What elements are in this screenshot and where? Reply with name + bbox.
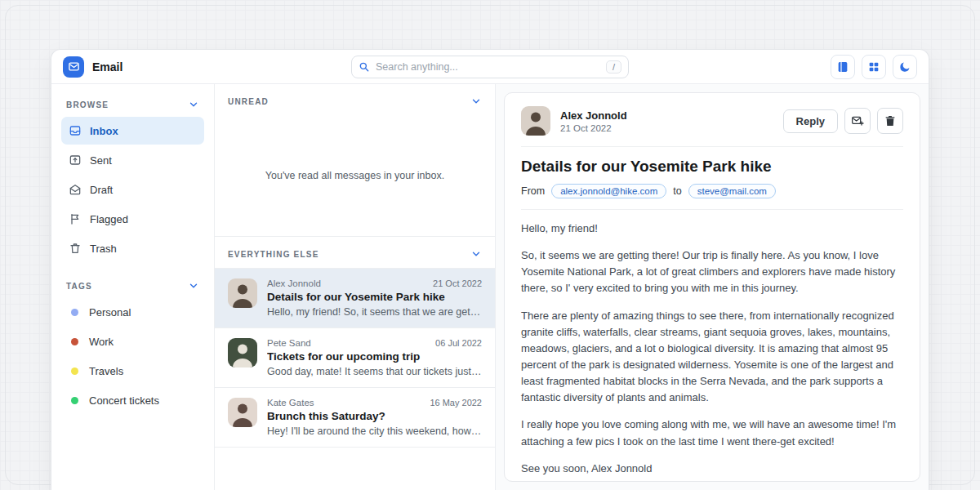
sidebar-item-flagged[interactable]: Flagged	[61, 205, 204, 233]
email-paragraph: See you soon, Alex Jonnold	[521, 461, 903, 477]
email-sender: Pete Sand	[267, 338, 311, 348]
sidebar-item-trash[interactable]: Trash	[61, 234, 204, 262]
email-date: 21 Oct 2022	[433, 278, 482, 288]
divider	[521, 146, 903, 147]
email-logo-icon	[63, 56, 84, 78]
draft-envelope-icon	[69, 183, 82, 196]
email-paragraph: I really hope you love coming along with…	[521, 416, 903, 449]
unread-empty-state: You've read all messages in your inbox.	[215, 115, 495, 236]
email-sender: Alex Jonnold	[267, 278, 321, 288]
sidebar: Browse Inbox Sent Draft Flagged Tra	[51, 84, 215, 490]
tag-color-dot	[71, 397, 78, 404]
search-input[interactable]	[376, 61, 600, 73]
email-subject: Brunch this Saturday?	[267, 410, 482, 422]
avatar	[228, 338, 257, 368]
unread-label: Unread	[228, 97, 269, 106]
sidebar-item-draft[interactable]: Draft	[61, 176, 204, 203]
trash-icon	[884, 114, 897, 127]
detail-date: 21 Oct 2022	[560, 123, 627, 133]
to-label: to	[673, 185, 681, 197]
sidebar-item-label: Flagged	[90, 213, 128, 225]
header-actions	[831, 55, 917, 79]
from-email-chip[interactable]: alex.jonnold@hike.com	[551, 184, 666, 198]
tag-color-dot	[71, 338, 78, 345]
apps-button[interactable]	[862, 55, 886, 79]
tag-label: Work	[89, 336, 114, 348]
reply-button[interactable]: Reply	[783, 109, 838, 133]
email-snippet: Good day, mate! It seems that our ticket…	[267, 366, 482, 377]
moon-icon	[898, 60, 911, 74]
tag-label: Travels	[89, 365, 123, 377]
detail-subject: Details for our Yosemite Park hike	[521, 158, 903, 176]
forward-to-inbox-icon	[851, 114, 864, 127]
chevron-down-icon[interactable]	[470, 96, 482, 107]
email-detail-pane: Alex Jonnold 21 Oct 2022 Reply De	[496, 84, 929, 490]
unread-empty-text: You've read all messages in your inbox.	[265, 170, 444, 181]
email-list-item[interactable]: Pete Sand 06 Jul 2022 Tickets for our up…	[215, 328, 495, 388]
divider	[521, 209, 903, 210]
email-app-window: Email / Browse	[51, 49, 929, 490]
sidebar-tag-personal[interactable]: Personal	[61, 298, 204, 326]
send-icon	[69, 154, 82, 167]
email-subject: Details for our Yosemite Park hike	[267, 291, 482, 303]
sidebar-tag-travels[interactable]: Travels	[61, 357, 204, 385]
tags-section-header[interactable]: Tags	[61, 275, 204, 298]
email-date: 16 May 2022	[430, 398, 482, 408]
search-box[interactable]: /	[351, 56, 629, 78]
sidebar-item-label: Trash	[90, 243, 117, 255]
chevron-down-icon[interactable]	[470, 248, 482, 260]
sidebar-tag-concert-tickets[interactable]: Concert tickets	[61, 386, 204, 414]
tag-color-dot	[71, 309, 78, 316]
avatar	[228, 278, 257, 308]
app-brand: Email	[63, 56, 122, 78]
browse-section-header[interactable]: Browse	[61, 94, 204, 117]
tag-label: Personal	[89, 306, 131, 318]
avatar	[228, 398, 257, 427]
email-snippet: Hey! I'll be around the city this weeken…	[267, 425, 482, 437]
everything-else-section-header[interactable]: Everything else	[215, 237, 495, 268]
forward-button[interactable]	[844, 108, 871, 134]
apps-grid-icon	[867, 60, 880, 74]
email-paragraph: Hello, my friend!	[521, 220, 903, 237]
avatar	[521, 106, 550, 136]
sidebar-item-label: Sent	[90, 154, 112, 167]
chevron-down-icon[interactable]	[188, 280, 199, 292]
app-title: Email	[92, 60, 122, 74]
detail-sender-name: Alex Jonnold	[560, 109, 627, 122]
search-shortcut-key: /	[606, 60, 621, 74]
sidebar-item-label: Inbox	[90, 125, 118, 137]
unread-section-header[interactable]: Unread	[215, 84, 495, 115]
email-list-pane: Unread You've read all messages in your …	[215, 84, 496, 490]
from-label: From	[521, 185, 545, 197]
email-list-item[interactable]: Kate Gates 16 May 2022 Brunch this Satur…	[215, 388, 495, 448]
email-date: 06 Jul 2022	[435, 338, 482, 348]
sidebar-tag-work[interactable]: Work	[61, 327, 204, 355]
tag-label: Concert tickets	[89, 394, 159, 407]
inbox-icon	[69, 124, 82, 137]
chevron-down-icon[interactable]	[188, 99, 199, 110]
dark-mode-toggle[interactable]	[893, 55, 917, 79]
trash-icon	[69, 242, 82, 255]
app-header: Email /	[51, 50, 929, 84]
email-list-item[interactable]: Alex Jonnold 21 Oct 2022 Details for our…	[215, 269, 495, 328]
tags-label: Tags	[66, 282, 92, 291]
email-detail-card: Alex Jonnold 21 Oct 2022 Reply De	[504, 92, 920, 482]
sidebar-item-sent[interactable]: Sent	[61, 146, 204, 174]
email-paragraph: There are plenty of amazing things to se…	[521, 308, 903, 407]
email-paragraph: So, it seems we are getting there! Our t…	[521, 247, 903, 296]
search-icon	[359, 61, 370, 73]
to-email-chip[interactable]: steve@mail.com	[688, 184, 776, 198]
browse-label: Browse	[66, 100, 109, 109]
email-subject: Tickets for our upcoming trip	[267, 350, 482, 363]
flag-icon	[69, 212, 82, 225]
email-sender: Kate Gates	[267, 398, 314, 408]
docs-button[interactable]	[831, 55, 855, 79]
email-snippet: Hello, my friend! So, it seems that we a…	[267, 306, 482, 318]
tag-color-dot	[71, 368, 78, 375]
sidebar-item-label: Draft	[90, 184, 113, 196]
everything-else-label: Everything else	[228, 250, 319, 259]
email-body: Hello, my friend! So, it seems we are ge…	[521, 220, 903, 477]
delete-button[interactable]	[877, 108, 903, 134]
book-icon	[836, 60, 849, 74]
sidebar-item-inbox[interactable]: Inbox	[61, 117, 204, 145]
